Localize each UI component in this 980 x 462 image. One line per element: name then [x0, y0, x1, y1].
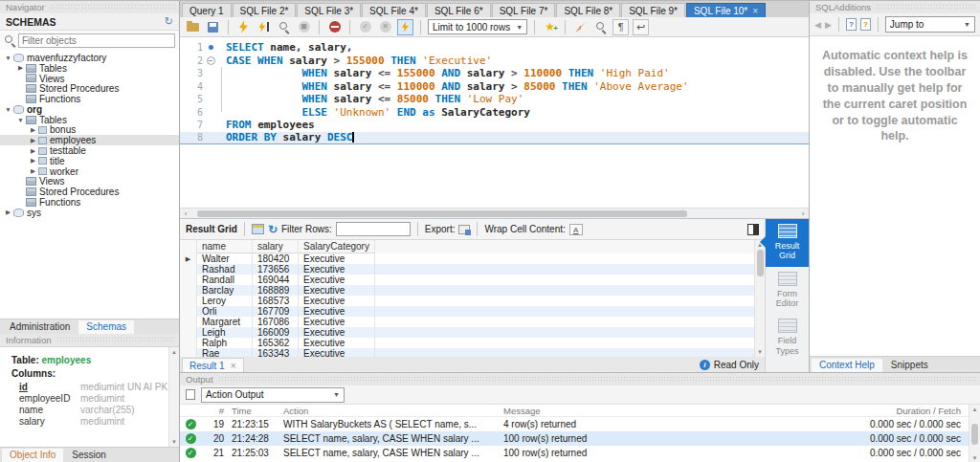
cell-salary[interactable]: 168573	[253, 296, 299, 306]
toggle-autocommit-button[interactable]	[397, 19, 413, 35]
scroll-down-icon[interactable]: ▼	[757, 349, 763, 355]
cell-salarycategory[interactable]: Executive	[299, 296, 375, 306]
output-scrollbar[interactable]: ▲ ▼	[969, 405, 980, 462]
output-row-19[interactable]: ✓1921:23:15WITH SalaryBuckets AS ( SELEC…	[180, 417, 969, 431]
cell-salary[interactable]: 165362	[253, 338, 299, 348]
cell-salarycategory[interactable]: Executive	[299, 275, 375, 285]
expander-icon[interactable]: ▶	[29, 126, 37, 134]
view-button-form-editor[interactable]: FormEditor	[766, 267, 809, 315]
tree-item-views[interactable]: Views	[0, 74, 179, 84]
manual-help-icon[interactable]: ?	[846, 18, 857, 31]
word-wrap-button[interactable]: ↩	[633, 19, 649, 35]
commit-button[interactable]: ✓	[357, 19, 373, 35]
show-invisibles-button[interactable]: ¶	[612, 19, 629, 35]
tab-administration[interactable]: Administration	[2, 320, 78, 334]
cell-name[interactable]: Barclay	[197, 285, 253, 296]
cell-salarycategory[interactable]: Executive	[299, 285, 375, 296]
filter-objects-input[interactable]	[18, 33, 175, 48]
column-header-name[interactable]: name	[197, 240, 253, 253]
close-tab-icon[interactable]: ×	[752, 6, 758, 16]
cell-name[interactable]: Rae	[197, 348, 253, 357]
editor-tab-sql-file-9[interactable]: SQL File 9*	[621, 3, 685, 17]
cell-salarycategory[interactable]: Executive	[299, 253, 375, 264]
cell-salary[interactable]: 167709	[253, 306, 299, 317]
cell-salarycategory[interactable]: Executive	[299, 338, 375, 348]
expander-icon[interactable]: ▶	[29, 137, 37, 144]
tab-context-help[interactable]: Context Help	[812, 359, 882, 372]
editor-tab-sql-file-2[interactable]: SQL File 2*	[233, 3, 297, 17]
tree-item-functions[interactable]: Functions	[0, 197, 179, 208]
cell-salary[interactable]: 167086	[253, 317, 299, 327]
scroll-down-icon[interactable]: ▼	[171, 439, 177, 445]
code-line-3[interactable]: 3 WHEN salary <= 155000 AND salary > 110…	[180, 67, 809, 80]
grid-icon[interactable]	[252, 224, 264, 234]
sql-code-editor[interactable]: 1SELECT name, salary,2−CASE WHEN salary …	[180, 37, 809, 208]
cell-salary[interactable]: 169044	[253, 275, 299, 285]
expander-icon[interactable]: ▼	[4, 106, 12, 113]
output-row-21[interactable]: ✓2121:25:03SELECT name, salary, CASE WHE…	[180, 446, 969, 460]
back-icon[interactable]: ◀	[814, 20, 821, 30]
cell-name[interactable]: Margaret	[197, 317, 253, 327]
cell-salary[interactable]: 166009	[253, 327, 299, 338]
limit-rows-dropdown[interactable]: Limit to 1000 rows ▼	[428, 19, 527, 34]
scrollbar-thumb[interactable]	[197, 210, 687, 217]
execute-current-button[interactable]	[256, 19, 272, 35]
output-row-20[interactable]: ✓2021:24:28SELECT name, salary, CASE WHE…	[180, 431, 969, 446]
cell-salary[interactable]: 168889	[253, 285, 299, 296]
tab-session[interactable]: Session	[64, 449, 114, 462]
grid-row-rashad[interactable]: Rashad173656Executive	[180, 264, 754, 275]
tree-item-views[interactable]: Views	[0, 177, 179, 187]
explain-button[interactable]	[276, 19, 292, 35]
wrap-cell-icon[interactable]: A	[569, 224, 583, 235]
expander-icon[interactable]: ▼	[4, 55, 12, 61]
tree-item-org[interactable]: ▼org	[0, 104, 179, 115]
scroll-up-icon[interactable]: ▲	[171, 349, 177, 355]
save-snippet-button[interactable]: ★	[542, 19, 558, 35]
cell-name[interactable]: Leroy	[197, 296, 253, 306]
editor-tab-sql-file-8[interactable]: SQL File 8*	[556, 3, 620, 17]
refresh-schemas-icon[interactable]: ↻	[165, 15, 173, 28]
forward-icon[interactable]: ▶	[825, 20, 832, 30]
auto-help-toggle-icon[interactable]: ?	[860, 18, 871, 31]
cell-salary[interactable]: 180420	[253, 253, 299, 264]
grid-row-barclay[interactable]: Barclay168889Executive	[180, 285, 754, 296]
grid-row-orli[interactable]: Orli167709Executive	[180, 306, 754, 317]
output-view-dropdown[interactable]: Action Output ▼	[201, 387, 345, 403]
code-line-2[interactable]: 2−CASE WHEN salary > 155000 THEN 'Execut…	[180, 55, 809, 68]
code-line-8[interactable]: 8ORDER BY salary DESC	[180, 132, 809, 145]
editor-tab-query-1[interactable]: Query 1	[182, 3, 232, 17]
grid-row-walter[interactable]: ▶Walter180420Executive	[180, 253, 754, 264]
scroll-left-icon[interactable]: ‹	[180, 209, 191, 218]
expander-icon[interactable]: ▶	[29, 147, 37, 155]
grid-row-margaret[interactable]: Margaret167086Executive	[180, 317, 754, 327]
stop-button[interactable]: ◼	[296, 19, 312, 35]
beautify-button[interactable]	[572, 19, 589, 35]
scroll-up-icon[interactable]: ▲	[972, 407, 978, 412]
tab-object-info[interactable]: Object Info	[2, 449, 63, 462]
tree-item-worker[interactable]: ▶worker	[0, 166, 179, 177]
find-button[interactable]	[592, 19, 609, 35]
fold-collapse-icon[interactable]: −	[207, 56, 215, 65]
code-line-1[interactable]: 1SELECT name, salary,	[180, 41, 809, 55]
grid-row-leigh[interactable]: Leigh166009Executive	[180, 327, 754, 338]
grid-row-rae[interactable]: Rae163343Executive	[180, 348, 754, 357]
tree-item-mavenfuzzyfactory[interactable]: ▼mavenfuzzyfactory	[0, 53, 179, 63]
tab-schemas[interactable]: Schemas	[78, 320, 134, 334]
cell-salary[interactable]: 163343	[253, 348, 299, 357]
tab-snippets[interactable]: Snippets	[883, 359, 936, 372]
tree-item-tables[interactable]: ▶Tables	[0, 63, 179, 74]
expander-icon[interactable]: ▶	[4, 209, 12, 216]
grid-row-leroy[interactable]: Leroy168573Executive	[180, 296, 754, 306]
column-header-salarycategory[interactable]: SalaryCategory	[299, 240, 375, 253]
editor-horizontal-scrollbar[interactable]: ‹ ›	[180, 208, 809, 218]
jump-to-dropdown[interactable]: Jump to ▼	[885, 16, 975, 33]
cell-salarycategory[interactable]: Executive	[299, 317, 375, 327]
cell-name[interactable]: Ralph	[197, 338, 253, 348]
tree-item-sys[interactable]: ▶sys	[0, 208, 179, 218]
collapse-panel-icon[interactable]	[747, 224, 759, 235]
tree-item-tables[interactable]: ▼Tables	[0, 115, 179, 125]
editor-tab-sql-file-7[interactable]: SQL File 7*	[492, 3, 556, 17]
info-scrollbar[interactable]: ▲ ▼	[168, 347, 179, 447]
tree-item-stored-procedures[interactable]: Stored Procedures	[0, 83, 179, 94]
result-tab[interactable]: Result 1 ×	[182, 358, 244, 372]
